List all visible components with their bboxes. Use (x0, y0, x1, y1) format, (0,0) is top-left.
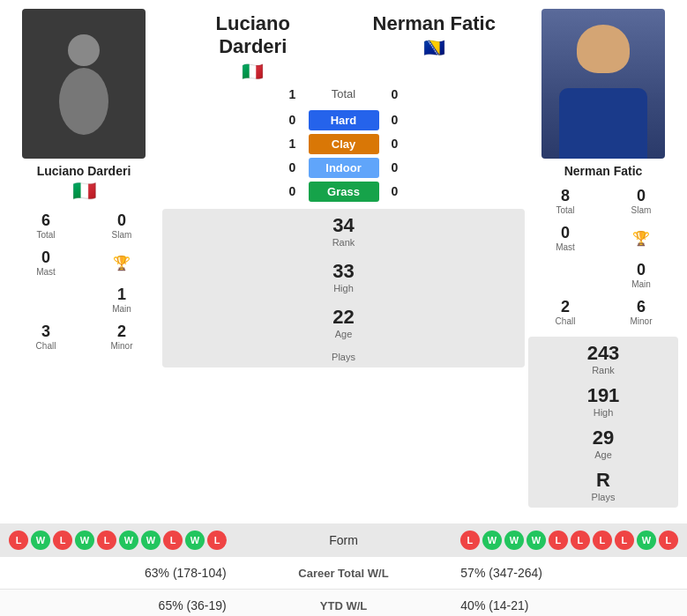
ytd-wl-left: 65% (36-19) (0, 590, 241, 617)
right-minor-value: 6 (606, 298, 676, 316)
grass-badge: Grass (309, 182, 379, 202)
stats-table: 63% (178-104) Career Total W/L 57% (347-… (0, 557, 687, 616)
right-mast-cell: 0 Mast (528, 220, 602, 256)
left-player-name: Luciano Darderi (37, 164, 131, 178)
right-rank-item: 243 Rank (587, 342, 620, 375)
ytd-wl-label: YTD W/L (241, 590, 447, 617)
total-row: 1 Total 0 (284, 87, 404, 101)
left-high-value: 33 (332, 260, 354, 283)
left-minor-label: Minor (86, 341, 157, 351)
trophy-icon: 🏆 (113, 255, 131, 271)
right-high-value: 191 (587, 384, 620, 407)
right-trophy-cell: 🏆 (604, 220, 678, 256)
right-chall-cell: 2 Chall (528, 294, 602, 330)
right-total-value: 8 (530, 187, 601, 205)
surface-rows: 0 Hard 0 1 Clay 0 0 Indoor 0 0 Grass (162, 110, 525, 202)
left-chall-label: Chall (11, 341, 81, 351)
svg-point-0 (68, 34, 100, 66)
right-main-label: Main (606, 279, 676, 289)
form-label: Form (329, 533, 358, 547)
left-main-cell: 1 Main (85, 282, 159, 317)
nerman-photo-bg (541, 9, 665, 159)
right-high-item: 191 High (587, 384, 620, 418)
right-player: Nerman Fatic 8 Total 0 Slam 0 Mast 🏆 (528, 9, 678, 508)
career-wl-left: 63% (178-104) (0, 557, 241, 590)
form-badge-l: L (163, 531, 183, 550)
form-badge-w: W (75, 531, 94, 550)
career-wl-label: Career Total W/L (241, 557, 447, 590)
form-badge-w: W (504, 531, 524, 550)
right-minor-cell: 6 Minor (604, 294, 678, 330)
left-name-line2: Darderi (219, 35, 287, 57)
right-main-cell: 0 Main (604, 257, 678, 293)
grass-left: 0 (284, 184, 302, 198)
players-section: Luciano Darderi 🇮🇹 6 Total 0 Slam 0 Mast… (0, 0, 687, 516)
right-player-stats: 8 Total 0 Slam 0 Mast 🏆 0 Main (528, 183, 678, 330)
main-container: Luciano Darderi 🇮🇹 6 Total 0 Slam 0 Mast… (0, 0, 687, 616)
right-player-name-top: Nerman Fatic (344, 12, 526, 35)
clay-badge: Clay (309, 134, 379, 154)
left-high-item: 33 High (332, 260, 354, 293)
form-badge-w: W (141, 531, 161, 550)
form-badge-l: L (593, 531, 612, 550)
form-badge-w: W (31, 531, 50, 550)
left-main-value: 1 (86, 286, 157, 304)
middle-rank-box: 34 Rank 33 High 22 Age Plays (162, 209, 525, 367)
left-chall-cell: 3 Chall (9, 319, 83, 354)
form-badge-l: L (549, 531, 568, 550)
left-minor-cell: 2 Minor (85, 319, 159, 354)
left-name-line1: Luciano (216, 12, 290, 34)
clay-left: 1 (284, 137, 302, 151)
indoor-badge: Indoor (309, 158, 379, 178)
form-badge-l: L (460, 531, 480, 550)
right-trophy-icon: 🏆 (632, 230, 650, 247)
right-plays-label: Plays (592, 492, 616, 502)
hard-right: 0 (386, 113, 404, 127)
right-total-cell: 8 Total (528, 183, 602, 219)
form-badge-l: L (207, 531, 227, 550)
left-name-header: Luciano Darderi 🇮🇹 (162, 12, 344, 82)
left-total-cell: 6 Total (9, 208, 83, 243)
indoor-right: 0 (386, 160, 404, 174)
right-name-header: Nerman Fatic 🇧🇦 (344, 12, 526, 58)
left-total-value: 6 (11, 212, 81, 230)
indoor-row: 0 Indoor 0 (162, 158, 525, 178)
left-player: Luciano Darderi 🇮🇹 6 Total 0 Slam 0 Mast… (9, 9, 159, 508)
left-player-name-top: Luciano Darderi (162, 12, 344, 59)
left-minor-value: 2 (86, 323, 157, 341)
trophy-icon-cell: 🏆 (85, 245, 159, 280)
left-mast-value: 0 (11, 249, 81, 267)
nerman-head (577, 25, 630, 73)
left-plays-label: Plays (332, 352, 355, 362)
left-slam-label: Slam (86, 230, 157, 240)
middle-section: Luciano Darderi 🇮🇹 Nerman Fatic 🇧🇦 1 Tot… (159, 9, 528, 508)
svg-point-1 (59, 68, 108, 135)
left-age-item: 22 Age (332, 306, 354, 339)
left-mast-cell: 0 Mast (9, 245, 83, 280)
right-main-value: 0 (606, 261, 676, 279)
hard-left: 0 (284, 113, 302, 127)
right-rank-box: 243 Rank 191 High 29 Age R Plays (528, 337, 678, 508)
total-right-score: 0 (386, 87, 404, 101)
left-age-label: Age (332, 329, 354, 339)
left-rank-item: 34 Rank (332, 214, 355, 248)
player-names-row: Luciano Darderi 🇮🇹 Nerman Fatic 🇧🇦 (162, 9, 525, 87)
left-player-flag: 🇮🇹 (72, 180, 96, 203)
left-mast-label: Mast (11, 267, 81, 277)
right-mast-value: 0 (530, 224, 601, 242)
right-high-label: High (587, 407, 620, 418)
right-age-item: 29 Age (593, 427, 614, 460)
right-player-photo (541, 9, 665, 159)
right-slam-label: Slam (606, 205, 676, 215)
form-badge-l: L (659, 531, 678, 550)
left-slam-cell: 0 Slam (85, 208, 159, 243)
form-badge-l: L (53, 531, 72, 550)
right-age-label: Age (593, 449, 614, 460)
right-mast-label: Mast (530, 242, 601, 252)
right-flag-top: 🇧🇦 (344, 37, 526, 58)
right-rank-label: Rank (587, 365, 620, 375)
right-minor-label: Minor (606, 316, 676, 326)
left-flag-top: 🇮🇹 (162, 61, 344, 82)
left-player-photo (22, 9, 146, 159)
total-label: Total (309, 87, 379, 100)
